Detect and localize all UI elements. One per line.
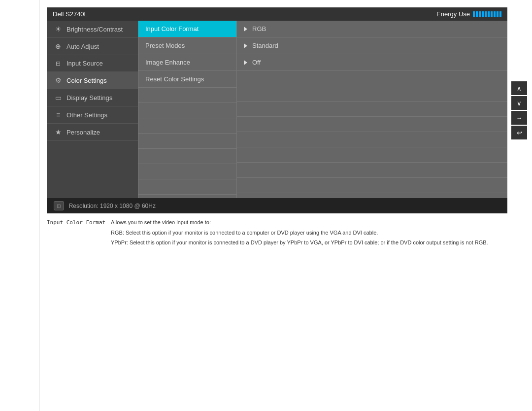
main-content: Dell S2740L Energy Use [39, 0, 532, 411]
middle-item-empty2 [138, 103, 236, 118]
middle-input-color-format-label: Input Color Format [145, 25, 199, 33]
middle-reset-color-label: Reset Color Settings [145, 75, 204, 83]
desc-line-ypbpr: YPbPr: Select this option if your monito… [111, 239, 525, 247]
display-settings-icon: ▭ [54, 94, 63, 102]
personalize-icon: ★ [54, 128, 63, 136]
energy-segment-7 [491, 11, 493, 17]
brightness-icon: ☀ [54, 25, 63, 33]
right-item-off[interactable]: Off [237, 54, 507, 71]
sidebar-item-color-settings[interactable]: ⚙ Color Settings [47, 72, 138, 89]
nav-up-button[interactable]: ∧ [511, 81, 527, 95]
energy-bar-segments [473, 11, 501, 17]
right-standard-label: Standard [252, 42, 278, 49]
right-item-rgb[interactable]: RGB [237, 21, 507, 37]
desc-intro: Allows you to set the video input mode t… [111, 218, 525, 227]
right-item-standard[interactable]: Standard [237, 37, 507, 54]
energy-segment-10 [499, 11, 501, 17]
sidebar-color-settings-label: Color Settings [66, 77, 107, 84]
middle-item-preset-modes[interactable]: Preset Modes [138, 37, 236, 54]
middle-item-empty5 [138, 149, 236, 164]
nav-back-button[interactable]: ↩ [511, 126, 527, 139]
sidebar-item-auto-adjust[interactable]: ⊕ Auto Adjust [47, 38, 138, 55]
energy-segment-6 [488, 11, 490, 17]
sidebar-brightness-label: Brightness/Contrast [66, 26, 123, 33]
right-item-empty4 [237, 117, 507, 132]
right-item-empty3 [237, 102, 507, 117]
right-off-label: Off [252, 59, 261, 66]
standard-arrow-icon [244, 43, 247, 48]
nav-down-button[interactable]: ∨ [511, 96, 527, 110]
nav-right-button[interactable]: → [511, 111, 527, 125]
desc-content: Allows you to set the video input mode t… [111, 218, 525, 249]
middle-item-reset-color[interactable]: Reset Color Settings [138, 71, 236, 88]
sidebar-item-input-source[interactable]: ⊟ Input Source [47, 55, 138, 72]
sidebar-item-display-settings[interactable]: ▭ Display Settings [47, 89, 138, 106]
middle-item-empty1 [138, 88, 236, 103]
energy-use-bar: Energy Use [436, 10, 501, 18]
middle-item-empty4 [138, 134, 236, 149]
auto-adjust-icon: ⊕ [54, 42, 63, 50]
osd-body: ☀ Brightness/Contrast ⊕ Auto Adjust ⊟ In… [47, 21, 507, 198]
osd-right-panel: RGB Standard Off [236, 21, 507, 198]
energy-segment-9 [497, 11, 499, 17]
other-settings-icon: ≡ [54, 111, 63, 119]
sidebar-display-settings-label: Display Settings [66, 94, 112, 102]
osd-middle-menu: Input Color Format Preset Modes Image En… [138, 21, 236, 198]
energy-label: Energy Use [436, 10, 470, 18]
osd-sidebar: ☀ Brightness/Contrast ⊕ Auto Adjust ⊟ In… [47, 21, 138, 198]
osd-nav-buttons: ∧ ∨ → ↩ [511, 81, 527, 139]
middle-item-image-enhance[interactable]: Image Enhance [138, 54, 236, 71]
right-item-empty1 [237, 71, 507, 86]
desc-line-rgb: RGB: Select this option if your monitor … [111, 229, 525, 237]
osd-footer: ◫ Resolution: 1920 x 1080 @ 60Hz [47, 198, 507, 213]
right-item-empty5 [237, 132, 507, 147]
middle-preset-modes-label: Preset Modes [145, 42, 185, 49]
sidebar-item-brightness[interactable]: ☀ Brightness/Contrast [47, 21, 138, 38]
right-rgb-label: RGB [252, 25, 266, 33]
middle-item-input-color-format[interactable]: Input Color Format [138, 21, 236, 37]
osd-panel: Dell S2740L Energy Use [47, 7, 507, 213]
middle-image-enhance-label: Image Enhance [145, 59, 190, 66]
right-item-empty8 [237, 178, 507, 193]
energy-segment-5 [485, 11, 487, 17]
color-settings-icon: ⚙ [54, 76, 63, 84]
resolution-icon: ◫ [54, 201, 64, 210]
middle-item-empty6 [138, 164, 236, 179]
energy-segment-1 [473, 11, 475, 17]
sidebar-input-source-label: Input Source [66, 60, 103, 67]
osd-header: Dell S2740L Energy Use [47, 7, 507, 21]
input-source-icon: ⊟ [54, 60, 63, 67]
rgb-arrow-icon [244, 27, 247, 32]
energy-segment-8 [494, 11, 496, 17]
energy-segment-3 [479, 11, 481, 17]
energy-segment-2 [476, 11, 478, 17]
left-margin [0, 0, 39, 411]
resolution-text: Resolution: 1920 x 1080 @ 60Hz [69, 203, 156, 209]
description-area: Input Color Format Allows you to set the… [39, 213, 532, 254]
right-item-empty2 [237, 86, 507, 102]
sidebar-personalize-label: Personalize [66, 129, 100, 136]
desc-label: Input Color Format [47, 218, 111, 249]
right-item-empty7 [237, 163, 507, 178]
sidebar-item-other-settings[interactable]: ≡ Other Settings [47, 106, 138, 124]
sidebar-auto-adjust-label: Auto Adjust [66, 43, 99, 50]
middle-item-empty7 [138, 179, 236, 195]
sidebar-item-personalize[interactable]: ★ Personalize [47, 124, 138, 141]
middle-item-empty3 [138, 118, 236, 134]
sidebar-other-settings-label: Other Settings [66, 111, 107, 119]
right-item-empty6 [237, 147, 507, 163]
energy-segment-4 [482, 11, 484, 17]
monitor-model: Dell S2740L [53, 10, 88, 18]
off-arrow-icon [244, 60, 247, 65]
